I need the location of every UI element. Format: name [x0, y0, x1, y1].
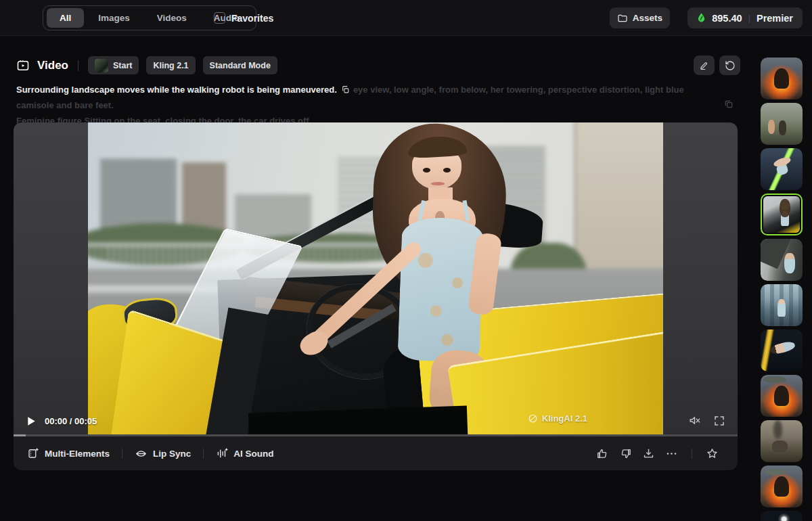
asset-thumbnail-image [761, 103, 803, 145]
prompt-highlight: Surrounding landscape moves while the wa… [16, 85, 337, 95]
asset-thumbnail-image [761, 511, 803, 521]
watermark: KlingAI 2.1 [528, 413, 587, 424]
asset-thumbnail[interactable] [761, 103, 803, 145]
mode-label: Standard Mode [210, 61, 271, 70]
ai-sound-button[interactable]: AI Sound [216, 447, 273, 459]
lip-sync-label: Lip Sync [153, 449, 191, 459]
tab-videos[interactable]: Videos [144, 8, 200, 28]
toolbar-separator [692, 449, 692, 459]
sound-wave-icon [216, 447, 228, 459]
start-frame-thumbnail [95, 59, 108, 72]
asset-thumbnail-image [761, 420, 803, 462]
video-still-person [88, 122, 663, 434]
edit-prompt-button[interactable] [694, 55, 715, 75]
regenerate-button[interactable] [719, 55, 740, 75]
player-controls-right [688, 414, 725, 427]
asset-thumbnail[interactable] [761, 330, 803, 371]
playback-time: 00:00 / 00:05 [45, 416, 97, 426]
top-bar: All Images Videos Audio Favorites Assets… [0, 0, 812, 36]
multi-elements-label: Multi-Elements [45, 449, 110, 459]
start-frame-badge[interactable]: Start [88, 56, 139, 74]
asset-thumbnail[interactable] [761, 375, 803, 417]
copy-icon[interactable] [341, 85, 350, 94]
asset-thumbnail-image [761, 239, 803, 281]
asset-thumbnail-image [761, 466, 803, 507]
plan-label[interactable]: Premier [757, 13, 793, 24]
prompt-text: Surrounding landscape moves while the wa… [16, 82, 723, 129]
toolbar-actions: Multi-Elements Lip Sync AI Sound [27, 447, 274, 460]
asset-thumbnail[interactable] [761, 511, 803, 521]
model-badge[interactable]: Kling 2.1 [146, 56, 195, 74]
asset-thumbnail[interactable] [761, 284, 803, 326]
assets-button[interactable]: Assets [610, 7, 670, 28]
tab-all[interactable]: All [47, 8, 84, 28]
ai-sound-label: AI Sound [233, 449, 273, 459]
play-icon[interactable] [27, 416, 36, 426]
generation-header: Video Start Kling 2.1 Standard Mode [16, 56, 277, 74]
asset-thumbnail-image [763, 196, 800, 233]
start-frame-label: Start [113, 61, 132, 70]
fullscreen-icon[interactable] [713, 415, 725, 427]
lip-sync-button[interactable]: Lip Sync [135, 447, 191, 460]
favorites-label: Favorites [231, 13, 273, 24]
multi-elements-icon [27, 447, 39, 459]
watermark-label: KlingAI 2.1 [542, 413, 587, 424]
section-title: Video [37, 59, 68, 72]
asset-thumbnail-image [761, 330, 803, 371]
asset-thumbnail-image [761, 148, 803, 190]
expand-prompt-icon[interactable] [724, 99, 734, 109]
video-type-icon [16, 59, 30, 72]
folder-icon [617, 13, 628, 24]
tab-images[interactable]: Images [85, 8, 143, 28]
thumbs-up-icon[interactable] [596, 447, 609, 460]
download-icon[interactable] [642, 447, 655, 460]
credits-pill[interactable]: 895.40 | Premier [687, 7, 803, 28]
player-controls-left: 00:00 / 00:05 [27, 416, 97, 426]
thumbs-down-icon[interactable] [619, 447, 632, 460]
header-actions [694, 55, 740, 75]
favorites-checkbox[interactable] [214, 12, 225, 24]
mute-icon[interactable] [688, 414, 701, 427]
toolbar-separator [203, 449, 204, 459]
assets-label: Assets [633, 13, 662, 23]
asset-thumbnail[interactable] [761, 239, 803, 281]
video-preview[interactable]: KlingAI 2.1 [88, 122, 663, 434]
credit-droplet-icon [697, 12, 706, 24]
asset-sidebar [761, 58, 804, 521]
asset-thumbnail[interactable] [761, 466, 803, 507]
progress-played [14, 434, 26, 436]
favorite-star-icon[interactable] [706, 447, 719, 460]
favorites-filter: Favorites [214, 0, 273, 36]
asset-thumbnail-image [761, 375, 803, 417]
model-label: Kling 2.1 [153, 61, 188, 70]
toolbar-separator [122, 449, 122, 459]
lips-icon [135, 447, 148, 460]
asset-thumbnail[interactable] [761, 194, 803, 235]
video-toolbar: Multi-Elements Lip Sync AI Sound [14, 436, 738, 470]
asset-thumbnail[interactable] [761, 58, 803, 99]
asset-thumbnail[interactable] [761, 148, 803, 190]
asset-thumbnail[interactable] [761, 420, 803, 462]
asset-thumbnail-image [761, 58, 803, 99]
video-player: KlingAI 2.1 00:00 / 00:05 [14, 122, 738, 436]
toolbar-feedback [596, 447, 719, 460]
mode-badge[interactable]: Standard Mode [203, 56, 277, 74]
multi-elements-button[interactable]: Multi-Elements [27, 447, 110, 459]
more-options-icon[interactable] [665, 447, 678, 460]
credit-amount: 895.40 [712, 13, 742, 24]
header-divider [78, 60, 78, 71]
kling-logo-icon [528, 413, 538, 424]
credits-divider: | [748, 13, 750, 23]
progress-bar[interactable] [14, 434, 738, 436]
asset-thumbnail-image [761, 284, 803, 326]
